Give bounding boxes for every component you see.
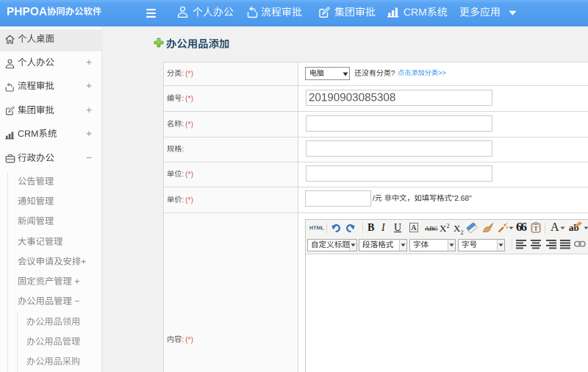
svg-text:T: T — [534, 225, 538, 232]
